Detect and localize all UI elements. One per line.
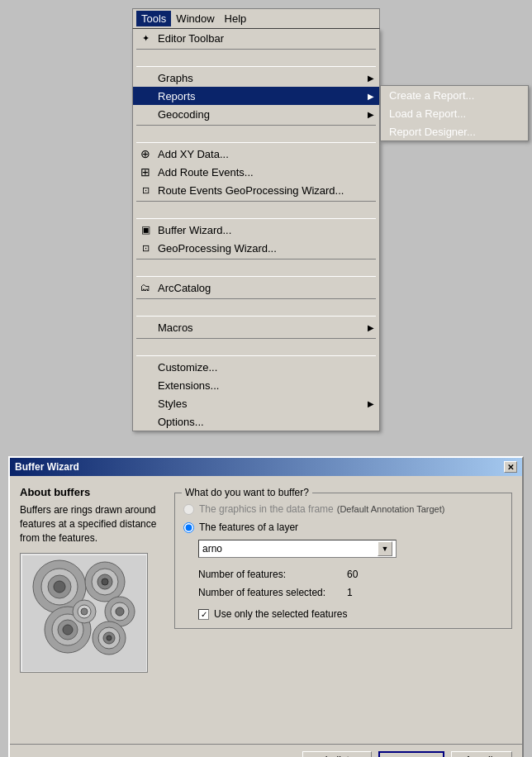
menu-item-geocoding[interactable]: Geocoding xyxy=(133,105,379,123)
menu-item-editor-toolbar[interactable]: ✦ Editor Toolbar xyxy=(133,29,379,47)
menu-item-extensions[interactable]: Extensions... xyxy=(133,376,379,394)
feature-count-value: 60 xyxy=(347,566,358,584)
feature-count-row: Number of features: 60 xyxy=(198,566,503,584)
buffer-wizard-dialog: Buffer Wizard ✕ About buffers Buffers ar… xyxy=(8,456,524,757)
menu-item-arccatalog[interactable]: 🗂 ArcCatalog xyxy=(133,279,379,297)
separator-2 xyxy=(136,125,376,143)
dialog-footer: < Indietro Avanti > Annulla xyxy=(10,744,522,757)
menu-bar: Tools Window Help xyxy=(132,8,380,29)
dialog-title: Buffer Wizard xyxy=(15,461,79,473)
svg-point-15 xyxy=(63,625,73,635)
separator-6 xyxy=(136,338,376,356)
editor-toolbar-icon: ✦ xyxy=(138,31,153,45)
submenu-report-designer[interactable]: Report Designer... xyxy=(381,122,528,140)
feature-selected-label: Number of features selected: xyxy=(198,584,347,602)
layer-dropdown-row: arno ▼ xyxy=(198,540,503,558)
menu-item-route-geo[interactable]: ⊡ Route Events GeoProcessing Wizard... xyxy=(133,181,379,199)
menu-window[interactable]: Window xyxy=(171,11,219,26)
menu-item-customize[interactable]: Customize... xyxy=(133,358,379,376)
separator-1 xyxy=(136,49,376,67)
submenu-load-report[interactable]: Load a Report... xyxy=(381,104,528,122)
top-section: Tools Window Help ✦ Editor Toolbar Graph… xyxy=(0,0,532,440)
use-selected-row: ✓ Use only the selected features xyxy=(198,608,503,620)
menu-item-options[interactable]: Options... xyxy=(133,412,379,431)
separator-4 xyxy=(136,259,376,277)
feature-info: Number of features: 60 Number of feature… xyxy=(198,566,503,602)
option2-label: The features of a layer xyxy=(199,521,298,533)
menu-help[interactable]: Help xyxy=(220,11,252,26)
buffer-options-group: What do you want to buffer? The graphics… xyxy=(174,493,512,629)
next-button[interactable]: Avanti > xyxy=(378,751,444,757)
feature-selected-row: Number of features selected: 1 xyxy=(198,584,503,602)
dialog-right-panel: What do you want to buffer? The graphics… xyxy=(174,486,512,731)
option-features-layer: The features of a layer xyxy=(183,521,503,533)
about-buffers-title: About buffers xyxy=(20,486,164,498)
dropdown-arrow-icon: ▼ xyxy=(378,541,392,556)
dialog-left-panel: About buffers Buffers are rings drawn ar… xyxy=(20,486,164,731)
dialog-body: About buffers Buffers are rings drawn ar… xyxy=(10,476,522,740)
option1-note: (Default Annotation Target) xyxy=(337,504,445,514)
menu-item-add-route[interactable]: ⊞ Add Route Events... xyxy=(133,163,379,181)
menu-item-macros[interactable]: Macros xyxy=(133,318,379,336)
add-xy-icon: ⊕ xyxy=(138,146,153,161)
group-box-title: What do you want to buffer? xyxy=(182,487,312,498)
add-route-icon: ⊞ xyxy=(138,164,153,179)
svg-point-8 xyxy=(102,578,108,585)
radio-features-layer[interactable] xyxy=(183,522,194,533)
menu-tools[interactable]: Tools xyxy=(136,11,171,26)
cancel-button[interactable]: Annulla xyxy=(451,751,512,757)
back-button[interactable]: < Indietro xyxy=(302,751,372,757)
separator-3 xyxy=(136,201,376,219)
reports-submenu: Create a Report... Load a Report... Repo… xyxy=(380,85,529,141)
svg-point-19 xyxy=(107,636,112,640)
arccatalog-icon: 🗂 xyxy=(138,280,153,295)
menu-item-geoprocessing[interactable]: ⊡ GeoProcessing Wizard... xyxy=(133,239,379,257)
feature-selected-value: 1 xyxy=(347,584,353,602)
feature-count-label: Number of features: xyxy=(198,566,347,584)
svg-point-4 xyxy=(54,581,65,593)
submenu-create-report[interactable]: Create a Report... xyxy=(381,86,528,104)
use-selected-checkbox[interactable]: ✓ xyxy=(198,609,209,620)
about-buffers-description: Buffers are rings drawn around features … xyxy=(20,503,164,545)
menu-item-add-xy[interactable]: ⊕ Add XY Data... xyxy=(133,145,379,163)
radio-graphics-frame[interactable] xyxy=(183,504,194,515)
option-graphics-frame: The graphics in the data frame (Default … xyxy=(183,503,503,515)
buffer-wizard-icon: ▣ xyxy=(138,222,153,237)
bottom-section: Buffer Wizard ✕ About buffers Buffers ar… xyxy=(0,448,532,757)
option1-label: The graphics in the data frame xyxy=(199,503,334,515)
tools-dropdown: ✦ Editor Toolbar Graphs Reports Create a… xyxy=(132,29,380,431)
layer-select-value: arno xyxy=(202,543,222,555)
menu-item-graphs[interactable]: Graphs xyxy=(133,69,379,87)
buffer-illustration xyxy=(20,553,148,673)
dialog-titlebar: Buffer Wizard ✕ xyxy=(10,458,522,476)
svg-point-11 xyxy=(116,607,124,616)
separator-5 xyxy=(136,298,376,317)
menu-item-buffer-wizard[interactable]: ▣ Buffer Wizard... xyxy=(133,221,379,239)
menu-item-styles[interactable]: Styles xyxy=(133,394,379,412)
geoprocessing-icon: ⊡ xyxy=(138,240,153,255)
use-selected-label: Use only the selected features xyxy=(214,608,347,620)
dialog-close-button[interactable]: ✕ xyxy=(504,461,517,473)
menu-item-reports[interactable]: Reports Create a Report... Load a Report… xyxy=(133,87,379,105)
route-geo-icon: ⊡ xyxy=(138,183,153,198)
layer-select[interactable]: arno ▼ xyxy=(198,540,397,558)
svg-point-22 xyxy=(81,608,88,615)
